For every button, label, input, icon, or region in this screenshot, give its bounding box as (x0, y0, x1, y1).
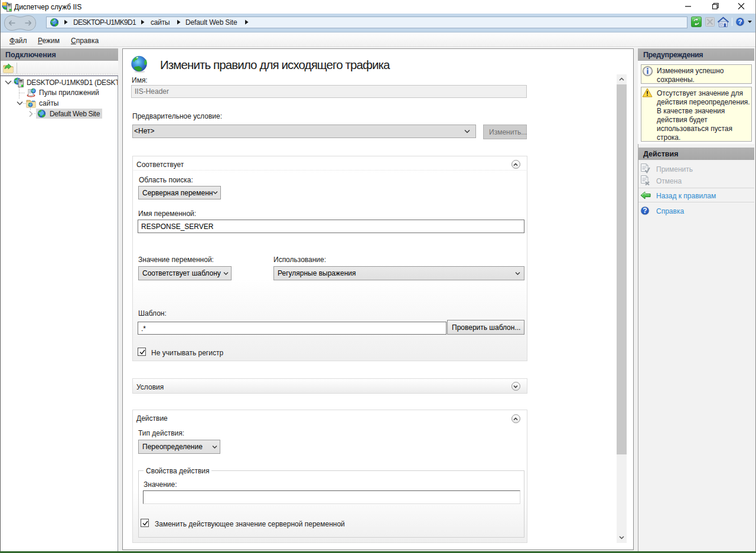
svg-text:?: ? (643, 207, 647, 215)
